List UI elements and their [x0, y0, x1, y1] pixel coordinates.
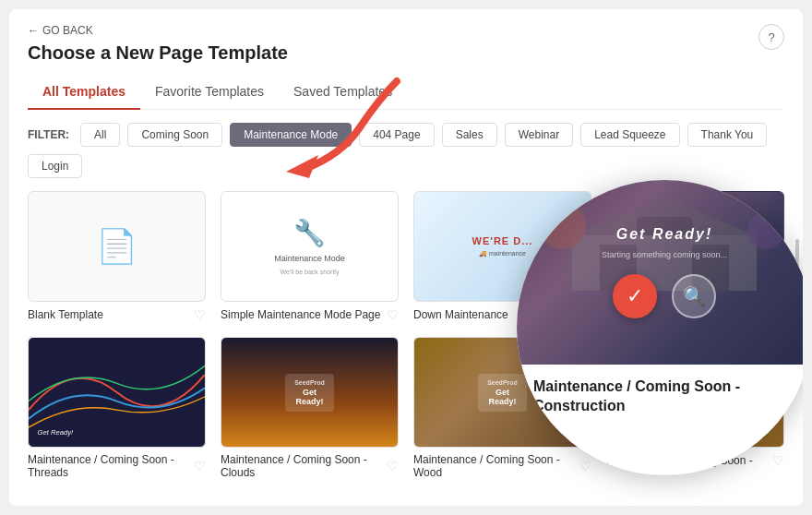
- threads-svg: Get Ready!: [29, 338, 205, 447]
- zoom-subtitle-text: Starting something coming soon...: [602, 250, 727, 259]
- tab-all-templates[interactable]: All Templates: [28, 77, 140, 110]
- svg-text:Get Ready!: Get Ready!: [38, 428, 74, 437]
- back-arrow-icon: ←: [28, 24, 39, 37]
- zoom-search-button[interactable]: 🔍: [672, 274, 716, 318]
- zoom-check-button[interactable]: ✓: [613, 274, 657, 318]
- maintenance-subtitle: We'll be back shortly: [273, 269, 347, 275]
- filter-btn-webinar[interactable]: Webinar: [505, 123, 573, 147]
- tab-saved-templates[interactable]: Saved Templates: [279, 77, 407, 110]
- blank-file-icon: 📄: [96, 227, 137, 266]
- favorite-icon-blank[interactable]: ♡: [194, 307, 206, 322]
- template-thumb-simple-maintenance[interactable]: 🔧 Maintenance Mode We'll be back shortly: [221, 191, 399, 302]
- zoom-action-buttons: ✓ 🔍: [613, 274, 716, 318]
- help-button[interactable]: ?: [758, 24, 784, 50]
- template-card-simple-maintenance: 🔧 Maintenance Mode We'll be back shortly…: [221, 191, 399, 322]
- help-icon: ?: [768, 30, 774, 44]
- template-thumb-clouds[interactable]: SeedProd GetReady!: [221, 337, 399, 448]
- filter-btn-404[interactable]: 404 Page: [359, 123, 434, 147]
- clouds-logo: SeedProd GetReady!: [285, 374, 334, 412]
- favorite-icon-wood[interactable]: ♡: [579, 459, 591, 473]
- filter-label: FILTER:: [28, 128, 69, 141]
- template-card-clouds: SeedProd GetReady! Maintenance / Coming …: [221, 337, 399, 479]
- favorite-icon-threads[interactable]: ♡: [194, 459, 206, 473]
- main-container: ← GO BACK Choose a New Page Template ? A…: [9, 9, 803, 506]
- favorite-icon-simple-maintenance[interactable]: ♡: [387, 307, 399, 322]
- wood-logo: SeedProd GetReady!: [478, 374, 527, 412]
- zoom-card-info: Maintenance / Coming Soon - Construction: [517, 365, 803, 429]
- go-back-link[interactable]: ← GO BACK: [28, 24, 784, 37]
- favorite-icon-other[interactable]: ♡: [772, 453, 784, 468]
- maintenance-mode-text: Maintenance Mode: [274, 254, 345, 263]
- template-name-clouds: Maintenance / Coming Soon - Clouds ♡: [221, 453, 399, 479]
- template-name-threads: Maintenance / Coming Soon - Threads ♡: [28, 453, 206, 479]
- filter-btn-coming-soon[interactable]: Coming Soon: [127, 123, 222, 147]
- zoom-circle-overlay: Get Ready! Starting something coming soo…: [517, 180, 803, 475]
- template-card-threads: Get Ready! Maintenance / Coming Soon - T…: [28, 337, 206, 479]
- tab-favorite-templates[interactable]: Favorite Templates: [140, 77, 279, 110]
- filter-btn-sales[interactable]: Sales: [442, 123, 497, 147]
- go-back-label: GO BACK: [42, 24, 93, 37]
- wrench-icon: 🔧: [293, 218, 326, 248]
- filter-btn-thank-you[interactable]: Thank You: [687, 123, 768, 147]
- template-name-wood: Maintenance / Coming Soon - Wood ♡: [413, 453, 591, 479]
- favorite-icon-clouds[interactable]: ♡: [387, 459, 399, 473]
- template-name-blank: Blank Template ♡: [28, 307, 206, 322]
- template-thumb-threads[interactable]: Get Ready!: [28, 337, 206, 448]
- zoom-get-ready-text: Get Ready!: [616, 226, 712, 243]
- zoom-thumb: Get Ready! Starting something coming soo…: [517, 180, 803, 365]
- filter-btn-lead-squeeze[interactable]: Lead Squeeze: [580, 123, 679, 147]
- filter-row: FILTER: All Coming Soon Maintenance Mode…: [28, 123, 784, 178]
- zoom-thumb-content: Get Ready! Starting something coming soo…: [517, 180, 803, 365]
- zoom-card-title: Maintenance / Coming Soon - Construction: [533, 377, 795, 416]
- filter-btn-all[interactable]: All: [80, 123, 120, 147]
- page-title: Choose a New Page Template: [28, 42, 784, 64]
- template-thumb-blank[interactable]: 📄: [28, 191, 206, 302]
- template-card-blank: 📄 Blank Template ♡: [28, 191, 206, 322]
- filter-btn-login[interactable]: Login: [28, 154, 82, 178]
- template-name-simple-maintenance: Simple Maintenance Mode Page ♡: [221, 307, 399, 322]
- tabs-container: All Templates Favorite Templates Saved T…: [28, 77, 784, 110]
- filter-btn-maintenance[interactable]: Maintenance Mode: [230, 123, 352, 147]
